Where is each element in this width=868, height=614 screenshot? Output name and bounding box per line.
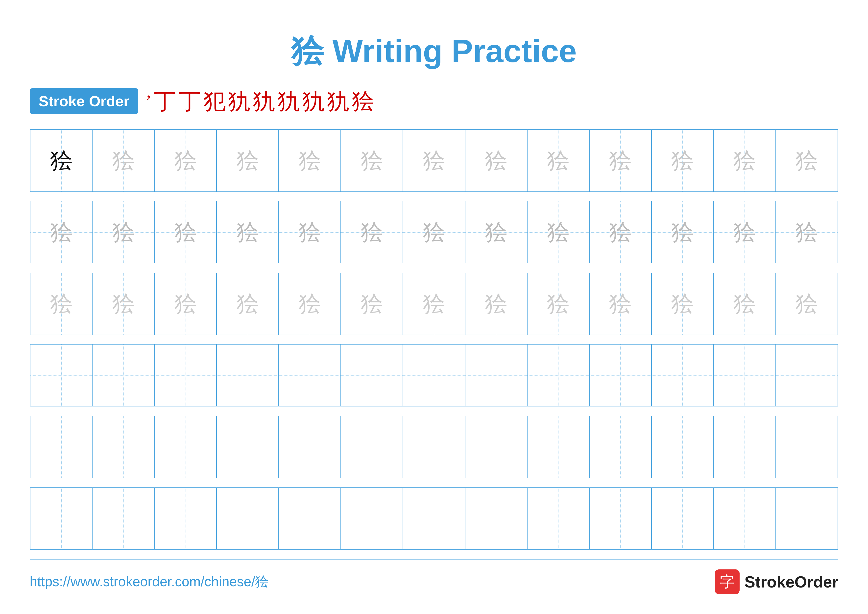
grid-cell[interactable]: 狯: [403, 273, 465, 335]
stroke-7: 犰: [277, 90, 300, 112]
grid-cell[interactable]: [279, 344, 341, 406]
stroke-8: 犰: [302, 90, 325, 112]
grid-cell[interactable]: [403, 416, 465, 478]
practice-grid: 狯狯狯狯狯狯狯狯狯狯狯狯狯狯狯狯狯狯狯狯狯狯狯狯狯狯狯狯狯狯狯狯狯狯狯狯狯狯狯: [30, 129, 838, 560]
grid-cell[interactable]: 狯: [154, 201, 217, 263]
stroke-order-badge: Stroke Order: [30, 88, 138, 114]
grid-cell[interactable]: 狯: [30, 201, 92, 263]
grid-cell[interactable]: [341, 344, 403, 406]
grid-cell[interactable]: [589, 344, 651, 406]
stroke-sequence: ’ 丁 丁 犯 犰 犰 犰 犰 犰 狯: [146, 90, 374, 112]
stroke-6: 犰: [253, 90, 275, 112]
grid-cell[interactable]: [92, 344, 154, 406]
grid-cell[interactable]: [30, 344, 92, 406]
stroke-2: 丁: [154, 90, 176, 112]
grid-cell[interactable]: [279, 416, 341, 478]
grid-cell[interactable]: [776, 344, 838, 406]
grid-cell[interactable]: [465, 416, 527, 478]
grid-cell[interactable]: [341, 487, 403, 550]
grid-cell[interactable]: 狯: [217, 201, 279, 263]
grid-cell[interactable]: 狯: [714, 129, 776, 192]
grid-cell[interactable]: 狯: [589, 201, 651, 263]
stroke-1: ’: [146, 93, 152, 110]
grid-cell[interactable]: [651, 416, 714, 478]
grid-cell[interactable]: [776, 487, 838, 550]
grid-cell[interactable]: 狯: [279, 201, 341, 263]
grid-cell[interactable]: 狯: [776, 201, 838, 263]
grid-cell[interactable]: 狯: [589, 273, 651, 335]
footer-url: https://www.strokeorder.com/chinese/狯: [30, 573, 269, 591]
grid-cell[interactable]: [465, 487, 527, 550]
grid-cell[interactable]: [341, 416, 403, 478]
grid-cell[interactable]: 狯: [217, 273, 279, 335]
grid-cell[interactable]: [527, 416, 589, 478]
stroke-3: 丁: [179, 90, 201, 112]
grid-cell[interactable]: [651, 344, 714, 406]
grid-cell[interactable]: 狯: [776, 129, 838, 192]
grid-cell[interactable]: [217, 416, 279, 478]
grid-cell[interactable]: [217, 344, 279, 406]
grid-cell[interactable]: [527, 344, 589, 406]
grid-cell[interactable]: 狯: [527, 273, 589, 335]
grid-cell[interactable]: 狯: [465, 273, 527, 335]
grid-cell[interactable]: [217, 487, 279, 550]
grid-cell[interactable]: [30, 487, 92, 550]
grid-cell[interactable]: 狯: [651, 273, 714, 335]
grid-cell[interactable]: [92, 487, 154, 550]
grid-cell[interactable]: [589, 487, 651, 550]
grid-cell[interactable]: [154, 416, 217, 478]
grid-cell[interactable]: 狯: [341, 201, 403, 263]
grid-cell[interactable]: [651, 487, 714, 550]
logo-icon: 字: [715, 569, 739, 594]
grid-cell[interactable]: [589, 416, 651, 478]
page-title: 狯 Writing Practice: [30, 30, 838, 73]
grid-cell[interactable]: [527, 487, 589, 550]
grid-cell[interactable]: [714, 487, 776, 550]
grid-cell[interactable]: 狯: [403, 129, 465, 192]
grid-cell[interactable]: [465, 344, 527, 406]
page: 狯 Writing Practice Stroke Order ’ 丁 丁 犯 …: [0, 0, 868, 614]
grid-cell[interactable]: 狯: [279, 129, 341, 192]
stroke-4: 犯: [203, 90, 226, 112]
grid-cell[interactable]: 狯: [341, 273, 403, 335]
logo-icon-char: 字: [720, 572, 735, 592]
grid-cell[interactable]: 狯: [341, 129, 403, 192]
grid-cell[interactable]: [403, 344, 465, 406]
grid-cell[interactable]: 狯: [714, 273, 776, 335]
grid-cell[interactable]: [279, 487, 341, 550]
grid-cell[interactable]: [714, 344, 776, 406]
grid-cell[interactable]: 狯: [279, 273, 341, 335]
grid-cell[interactable]: 狯: [651, 129, 714, 192]
grid-cell[interactable]: 狯: [30, 129, 92, 192]
stroke-5: 犰: [228, 90, 250, 112]
grid-cell[interactable]: 狯: [30, 273, 92, 335]
grid-cell[interactable]: 狯: [527, 129, 589, 192]
grid-cell[interactable]: [403, 487, 465, 550]
logo-text: StrokeOrder: [744, 573, 838, 591]
footer-logo: 字 StrokeOrder: [715, 569, 838, 594]
grid-cell[interactable]: [154, 344, 217, 406]
grid-cell[interactable]: 狯: [92, 273, 154, 335]
footer: https://www.strokeorder.com/chinese/狯 字 …: [30, 569, 838, 594]
grid-cell[interactable]: [776, 416, 838, 478]
grid-cell[interactable]: 狯: [776, 273, 838, 335]
grid-cell[interactable]: 狯: [154, 273, 217, 335]
stroke-10: 狯: [352, 90, 374, 112]
grid-cell[interactable]: 狯: [651, 201, 714, 263]
grid-cell[interactable]: 狯: [217, 129, 279, 192]
grid-cell[interactable]: 狯: [527, 201, 589, 263]
grid-cell[interactable]: [714, 416, 776, 478]
grid-cell[interactable]: [30, 416, 92, 478]
grid-cell[interactable]: 狯: [589, 129, 651, 192]
grid-cell[interactable]: 狯: [465, 201, 527, 263]
stroke-9: 犰: [327, 90, 349, 112]
grid-cell[interactable]: 狯: [154, 129, 217, 192]
grid-cell[interactable]: 狯: [714, 201, 776, 263]
grid-cell[interactable]: 狯: [92, 201, 154, 263]
grid-cell[interactable]: [92, 416, 154, 478]
stroke-order-row: Stroke Order ’ 丁 丁 犯 犰 犰 犰 犰 犰 狯: [30, 88, 838, 114]
grid-cell[interactable]: 狯: [92, 129, 154, 192]
grid-cell[interactable]: 狯: [465, 129, 527, 192]
grid-cell[interactable]: 狯: [403, 201, 465, 263]
grid-cell[interactable]: [154, 487, 217, 550]
